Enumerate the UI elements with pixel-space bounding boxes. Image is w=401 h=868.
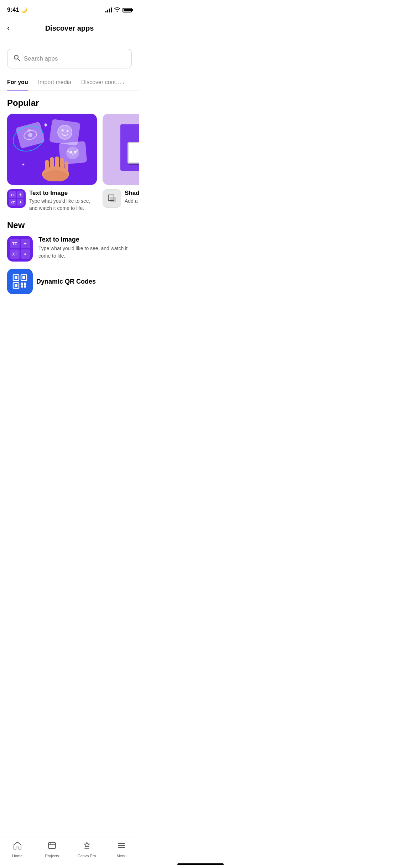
new-qr-item[interactable]: Dynamic QR Codes	[7, 269, 132, 301]
shadow-card[interactable]: › Shadow… Add a sha… image	[103, 114, 139, 212]
new-tti-text: Text to Image Type what you'd like to se…	[38, 236, 132, 260]
svg-rect-27	[21, 283, 23, 285]
tti-app-icon: TE ✦ XT ✦	[7, 189, 26, 208]
svg-rect-24	[22, 276, 25, 279]
hand-svg	[38, 153, 73, 181]
shadow-app-icon	[103, 189, 121, 208]
shadow-app-desc: Add a sha… image	[125, 198, 139, 205]
search-container: Search apps	[0, 40, 139, 74]
shadow-app-name: Shadow…	[125, 189, 139, 197]
svg-rect-30	[24, 285, 26, 288]
tti-app-text: Text to Image Type what you'd like to se…	[29, 189, 97, 212]
shadow-card-info: Shadow… Add a sha… image	[103, 189, 139, 208]
tti-card-info: TE ✦ XT ✦ Text to Image Type what you'd …	[7, 189, 97, 212]
qr-app-name: Dynamic QR Codes	[36, 278, 96, 285]
page-title: Discover apps	[45, 24, 94, 32]
shadow-app-text: Shadow… Add a sha… image	[125, 189, 139, 205]
tti-app-name: Text to Image	[29, 189, 97, 197]
signal-icon	[105, 7, 112, 12]
svg-point-18	[43, 170, 68, 181]
tti-app-desc: Type what you'd like to see, and watch i…	[29, 198, 97, 212]
sparkle-1: ✦	[43, 121, 49, 129]
popular-section: Popular	[7, 98, 132, 212]
tabs-container: For you Import media Discover cont… ›	[0, 74, 139, 91]
moon-icon: 🌙	[21, 7, 27, 13]
status-bar: 9:41 🌙	[0, 0, 139, 18]
sparkle-3: ✦	[21, 162, 25, 167]
popular-scroll[interactable]: ✦ ✦ ✦	[0, 114, 139, 212]
search-placeholder: Search apps	[24, 55, 58, 62]
svg-rect-20	[110, 197, 116, 202]
status-time: 9:41	[7, 6, 19, 14]
shadow-card-image: ›	[103, 114, 139, 185]
popular-title: Popular	[7, 98, 132, 108]
battery-icon	[123, 8, 132, 12]
back-button[interactable]: ‹	[7, 22, 12, 34]
new-section: New TE ✦ XT ✦ Text to Image Type what yo…	[0, 212, 139, 307]
tti-card[interactable]: ✦ ✦ ✦	[7, 114, 97, 212]
tab-for-you[interactable]: For you	[7, 74, 28, 91]
svg-rect-28	[24, 283, 26, 285]
tab-discover-content[interactable]: Discover cont… ›	[81, 74, 125, 91]
tti-card-image: ✦ ✦ ✦	[7, 114, 97, 185]
status-icons	[105, 7, 132, 13]
shadow-rect-inner	[127, 142, 139, 164]
svg-point-0	[14, 55, 18, 59]
search-icon	[13, 54, 20, 63]
qr-text-block: Dynamic QR Codes	[36, 278, 96, 285]
new-tti-desc: Type what you'd like to see, and watch i…	[38, 245, 132, 260]
new-tti-item[interactable]: TE ✦ XT ✦ Text to Image Type what you'd …	[7, 236, 132, 262]
new-tti-icon: TE ✦ XT ✦	[7, 236, 33, 262]
new-title: New	[7, 220, 132, 230]
tab-arrow-icon: ›	[123, 79, 125, 85]
new-tti-name: Text to Image	[38, 236, 132, 243]
qr-app-icon	[7, 269, 33, 294]
main-content: Popular	[0, 91, 139, 212]
svg-rect-26	[15, 284, 17, 287]
wifi-icon	[114, 7, 120, 13]
tab-import-media[interactable]: Import media	[38, 74, 71, 91]
search-bar[interactable]: Search apps	[7, 49, 132, 68]
header: ‹ Discover apps	[0, 18, 139, 40]
svg-rect-22	[15, 276, 17, 279]
svg-rect-29	[21, 285, 23, 288]
